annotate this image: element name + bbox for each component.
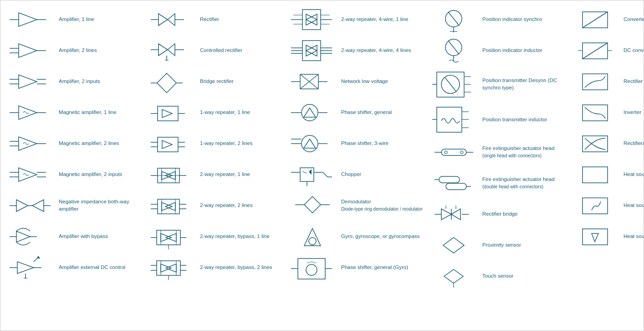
svg-marker-25 [16,200,28,212]
symbol-rep2wb1l [146,223,196,250]
label-dcconv: DC converter [620,47,644,54]
symbol-convgen [570,6,620,33]
svg-point-173 [460,151,463,154]
label-rep2w4w1l: 2-way repeater, 4-wire, 1 line [337,16,423,23]
svg-marker-40 [158,14,168,26]
label-posindinductor: Position indicator inductor [479,47,564,54]
label-phshift: Phase shifter, general [337,109,423,116]
label-amp2: Amplifier, 2 lines [55,47,141,54]
list-item: Rectifier bridge [428,199,565,230]
svg-rect-87 [157,261,180,275]
list-item: DC converter [569,35,644,66]
symbol-postransinductor [429,106,479,134]
svg-line-159 [445,78,456,91]
svg-line-192 [583,43,608,59]
svg-rect-175 [439,176,460,183]
svg-marker-78 [165,202,175,211]
label-magamp1: Magnetic amplifier, 1 line [55,109,141,116]
list-item: Position indicator inductor [428,35,565,66]
svg-marker-144 [304,228,321,246]
svg-rect-164 [437,107,462,132]
list-item: Amplifier, 2 lines [4,35,142,66]
svg-point-145 [309,238,316,245]
list-item: Amplifier external DC control [4,252,142,283]
svg-rect-195 [583,74,608,90]
svg-rect-146 [298,259,325,279]
svg-marker-180 [441,209,451,220]
list-item: Touch sensor [428,261,565,292]
symbol-amp2in [5,68,55,95]
svg-point-185 [450,213,452,215]
svg-point-149 [306,264,317,275]
label-heatcomb: Heat source, combustion [620,233,644,240]
list-item: 2-way repeater, 4-wire, 1 line [286,4,424,35]
svg-point-130 [302,135,318,152]
label-rep2w1l: 2-way repeater, 1 line [196,171,282,178]
label-postransdesynn: Position transmitter Desynn (DC synchro … [479,77,564,91]
label-rectifier2: Rectifier [620,78,644,85]
svg-rect-176 [446,183,466,190]
svg-point-125 [302,104,318,121]
svg-marker-140 [304,197,321,213]
symbol-magamp2in [5,161,55,188]
svg-marker-105 [306,14,317,25]
list-item: Amplifier with bypass [4,221,142,252]
list-item: 2-way repeater, 4-wire, 4 lines [286,35,424,66]
list-item: Position transmitter Desynn (DC synchro … [428,66,565,103]
svg-marker-5 [19,44,37,57]
list-item: Magnetic amplifier, 1 line [4,97,142,128]
label-chopper: Chopper [337,171,423,178]
svg-point-172 [445,151,447,154]
list-item: Rectifier [569,66,644,97]
list-item: Converter, general [569,4,644,35]
svg-marker-13 [19,106,37,119]
symbol-rectinv [570,130,620,157]
svg-line-151 [448,12,459,26]
symbol-magamp1 [5,99,55,126]
label-rect: Rectifier [196,16,282,23]
list-item: 1-way repeater, 2 lines [145,128,283,159]
symbol-crect [146,37,196,64]
svg-marker-17 [19,137,37,150]
symbol-demod [287,192,337,219]
symbol-rep1w2l [146,130,196,157]
symbol-touchsensor [429,263,479,290]
svg-marker-45 [168,44,175,56]
svg-marker-1 [19,13,37,26]
label-bridge: Bridge rectifier [196,78,282,85]
list-item: Bridge rectifier [145,66,283,97]
svg-marker-61 [162,140,172,149]
list-item: Fire extinguisher actuator head (single … [428,137,565,168]
svg-marker-21 [19,168,37,181]
list-item: Rectifier [145,4,283,35]
list-item: Network low voltage [286,66,424,97]
list-item: Phase shifter, general [286,97,424,128]
svg-rect-52 [158,106,178,121]
label-phshift3: Phase shifter, 3-wire [337,140,423,147]
svg-marker-126 [304,108,316,117]
label-rep2w2l: 2-way repeater, 2 lines [196,202,282,209]
list-item: Position transmitter inductor [428,103,565,137]
svg-marker-38 [37,256,40,259]
label-heatrad: Heat source, radioisotope [620,202,644,209]
symbol-proxsensor [429,232,479,259]
list-item: 2-way repeater, bypass, 1 line [145,221,283,252]
symbol-phshift3 [287,130,337,157]
label-ampdc: Amplifier external DC control [55,264,141,271]
symbol-posindinductor [429,37,479,64]
list-item: Heat source, general [569,159,644,190]
svg-rect-170 [441,149,466,155]
column-2: Rectifier Controlled rectifier [143,4,285,292]
symbol-rectifier2 [570,68,620,95]
label-negamp: Negative impedance both-way amplifier [55,198,141,212]
label-proxsensor: Proximity sensor [479,242,564,249]
label-ampbypass: Amplifier with bypass [55,233,141,240]
label-fireact2: Fire extinguisher actuator head (double … [479,176,564,190]
symbol-chopper [287,161,337,188]
list-item: Rectifier/inverter [569,128,644,159]
label-heatsrc: Heat source, general [620,171,644,178]
svg-rect-200 [583,229,608,245]
symbol-ampbypass [5,223,55,250]
svg-marker-201 [592,233,598,242]
label-rep2wb1l: 2-way repeater, bypass, 1 line [196,233,282,240]
